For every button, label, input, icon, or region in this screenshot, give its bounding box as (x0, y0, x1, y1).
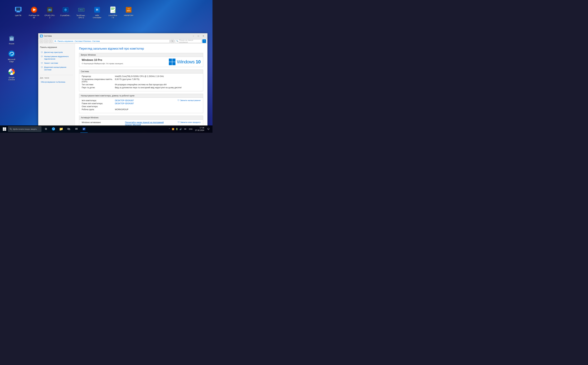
change-key-button[interactable]: 🛡 Змінити ключ продукту (178, 121, 200, 123)
system-row-0: Процесор: Intel(R) Core(TM) i5-5200U CPU… (82, 75, 200, 77)
activation-status-row: Windows активовано Прочитайте умови ліце… (82, 121, 167, 126)
address-bar[interactable]: 🖥 › Панель керування › Система й безпека… (53, 39, 170, 43)
svg-rect-23 (111, 8, 115, 8)
shield-icon-1: 🛡 (41, 51, 43, 54)
tray-volume[interactable]: 🔊 (179, 127, 183, 131)
system-label-3: Перо та дотик: (82, 86, 115, 89)
desktop-icons-left: Кошик Microsoft Edge (5, 5, 18, 82)
windows-flag-icon (169, 59, 176, 65)
sidebar-item-maintenance-label: Обслуговування та безпека (41, 81, 65, 83)
system-value-0: Intel(R) Core(TM) i5-5200U CPU @ 2.20GHz… (115, 75, 200, 77)
windows-release-info: Windows 10 Pro © Корпорація Майкрософт. … (82, 59, 159, 64)
desktop-icon-hibit[interactable]: H HiBit Uninstaller (91, 5, 104, 20)
start-button[interactable] (1, 126, 8, 133)
back-button[interactable]: ← (40, 39, 43, 43)
change-settings-icon: 🛡 (177, 99, 179, 101)
svg-text:CPU-Z: CPU-Z (48, 9, 52, 11)
desktop-icon-recycle[interactable]: Кошик (5, 33, 18, 46)
svg-point-49 (52, 127, 55, 131)
desktop-icon-crystaldisk[interactable]: CrystalDisk... (59, 5, 72, 20)
up-button[interactable]: ↑ (49, 39, 52, 43)
search-icon: 🔍 (176, 40, 178, 42)
window-titlebar: Система − □ ✕ (38, 33, 207, 39)
desktop-icon-chrome[interactable]: Google Chrome (5, 67, 18, 82)
activation-title: Активація Windows (81, 116, 99, 119)
taskbar-search[interactable]: Щоби почати пошук, введіть (8, 126, 41, 132)
tray-keyboard[interactable]: ⌨ (183, 127, 188, 131)
system-window: Система − □ ✕ ← → ↑ 🖥 › Панель керування… (38, 33, 207, 126)
windows10-text: Windows 10 (177, 59, 200, 64)
desktop-icon-hwinfo-label: HWiNFO64 (124, 14, 133, 17)
desktop-icon-techpower[interactable]: GPU-Z TechPowe... GPU-Z (75, 5, 88, 20)
desktop-icon-hwinfo[interactable]: HW INFO HWiNFO64 (122, 5, 135, 20)
window-toolbar: ← → ↑ 🖥 › Панель керування › Система й б… (38, 39, 207, 44)
desktop-icon-techpower-label: TechPowe... GPU-Z (76, 14, 87, 19)
taskbar-app-active[interactable] (80, 126, 88, 133)
svg-rect-46 (41, 36, 42, 37)
main-content: Перегляд загальних відомостей про комп'ю… (75, 44, 207, 126)
svg-text:INFO: INFO (127, 10, 130, 12)
sidebar-also-title: Див. також (40, 77, 73, 79)
breadcrumb-icon: 🖥 (54, 40, 56, 42)
svg-text:7.6: 7.6 (112, 11, 114, 13)
system-info: Процесор: Intel(R) Core(TM) i5-5200U CPU… (82, 75, 200, 89)
close-button[interactable]: ✕ (201, 34, 206, 38)
desktop-icon-edge[interactable]: Microsoft Edge (5, 49, 18, 63)
help-button[interactable]: ? (202, 39, 206, 43)
window-title-icon (40, 35, 43, 37)
sidebar-item-maintenance[interactable]: Обслуговування та безпека (40, 80, 73, 84)
desktop-icon-cpuid[interactable]: CPU-Z CPUID CPU-Z (43, 5, 57, 20)
cn-value-1: DESKTOP-3DGN367 (115, 102, 174, 105)
breadcrumb-security: Система й безпека (75, 40, 91, 42)
desktop: Цей ПК PotPlayer 64 bit CPU-Z (0, 0, 213, 133)
taskbar-edge[interactable] (50, 126, 57, 133)
sidebar-item-device-manager[interactable]: 🛡 Диспетчер пристроїв (40, 50, 73, 54)
hibit-icon: H (93, 6, 101, 14)
sidebar-item-protection[interactable]: 🛡 Захист системи (40, 61, 73, 65)
taskbar-mail[interactable]: ✉ (73, 126, 80, 133)
svg-point-37 (8, 51, 15, 57)
svg-rect-28 (126, 7, 131, 13)
sidebar-item-advanced[interactable]: 🛡 Додаткові налаштування системи (40, 65, 73, 72)
shield-icon-4: 🛡 (41, 66, 43, 69)
taskbar-task-view[interactable]: ⧉ (42, 126, 50, 133)
flag-q3 (169, 62, 172, 65)
sidebar-item-remote[interactable]: 🛡 Налаштування віддаленого підключення (40, 55, 73, 61)
forward-button[interactable]: → (44, 39, 48, 43)
system-label-0: Процесор: (82, 75, 115, 77)
wf-q4 (5, 129, 6, 131)
change-key-area: 🛡 Змінити ключ продукту (167, 121, 200, 123)
edge-icon (8, 50, 16, 58)
svg-rect-18 (84, 9, 85, 11)
tray-up-arrow[interactable]: ⌃ (168, 127, 171, 131)
system-title: Система (81, 70, 89, 73)
refresh-button[interactable]: ↻ (170, 39, 174, 43)
window-body: Панель керування 🛡 Диспетчер пристроїв 🛡… (38, 44, 207, 126)
taskbar-store[interactable]: 🛍 (65, 126, 72, 133)
cn-label-1: Повне ім'я комп'ютера: (82, 102, 115, 105)
tray-network[interactable]: 📶 (171, 127, 175, 131)
minimize-button[interactable]: − (191, 34, 196, 38)
search-bar[interactable]: 🔍 Пошук на панелі керування (175, 39, 202, 43)
cn-value-0: DESKTOP-3DGN367 (115, 99, 174, 102)
tray-lang[interactable]: ENG (188, 127, 193, 131)
tray-battery[interactable]: 🔋 (175, 127, 179, 131)
taskbar-explorer[interactable]: 📁 (57, 126, 65, 133)
breadcrumb: 🖥 › Панель керування › Система й безпека… (54, 40, 100, 42)
notification-center-button[interactable]: 🗨 (206, 126, 211, 132)
taskbar-apps: ⧉ 📁 🛍 ✉ (42, 126, 88, 133)
taskbar-right: ⌃ 📶 🔋 🔊 ⌨ ENG 17:38 27.02.2024 🗨 (168, 126, 212, 132)
desktop-icon-potplayer[interactable]: PotPlayer 64 bit (27, 5, 41, 20)
maximize-button[interactable]: □ (196, 34, 201, 38)
system-clock[interactable]: 17:38 27.02.2024 (194, 126, 205, 132)
desktop-icon-libreoffice[interactable]: 7.6 LibreOffice 7.6 (106, 5, 120, 20)
chrome-icon (8, 68, 16, 76)
system-value-1: 8,00 ГБ (доступно 7,89 ГБ) (115, 78, 200, 83)
change-settings-button[interactable]: 🛡 Змінити налаштування (177, 99, 200, 101)
sidebar-item-protection-label: Захист системи (44, 62, 58, 64)
computer-name-content: Ім'я комп'ютера: DESKTOP-3DGN367 Повне і… (79, 98, 203, 113)
activation-link[interactable]: Прочитайте умови ліцензії на програмний … (125, 121, 167, 126)
system-row-1: Установлена оперативна пам'ять (ОЗП): 8,… (82, 78, 200, 83)
libreoffice-icon: 7.6 (109, 6, 117, 14)
system-content: Процесор: Intel(R) Core(TM) i5-5200U CPU… (79, 73, 203, 91)
